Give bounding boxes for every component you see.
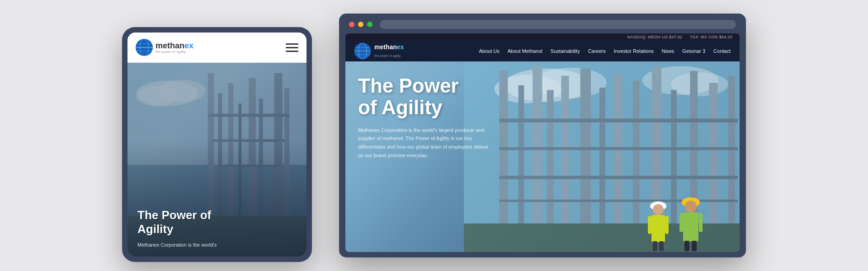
desktop-hero-description: Methanex Corporation is the world's larg…	[358, 126, 494, 160]
svg-rect-49	[499, 176, 738, 179]
svg-rect-58	[659, 241, 664, 251]
desktop-logo-tagline: the power of agility	[374, 54, 401, 57]
mobile-logo: methanex the power of agility	[136, 39, 193, 56]
svg-point-53	[653, 204, 664, 215]
desktop-hero: The Power of Agility Methanex Corporatio…	[345, 61, 740, 252]
mobile-logo-globe-icon	[136, 39, 153, 56]
mobile-logo-text-wrapper: methanex the power of agility	[156, 42, 193, 54]
address-bar[interactable]	[380, 20, 736, 29]
svg-rect-65	[692, 241, 697, 251]
svg-rect-54	[651, 215, 665, 242]
nav-item-sustainability[interactable]: Sustainability	[551, 48, 580, 54]
svg-point-30	[535, 68, 606, 98]
close-window-button[interactable]	[349, 22, 354, 27]
mobile-logo-blue-text: ex	[184, 41, 193, 50]
svg-point-60	[685, 201, 697, 212]
desktop-device: NASDAQ: MEOH US $47.02 TSX: MX CON $64.0…	[339, 14, 746, 257]
hamburger-line-2	[286, 47, 298, 48]
mobile-logo-dark-text: methan	[156, 41, 184, 50]
minimize-window-button[interactable]	[358, 22, 363, 27]
desktop-hero-title-line2: of Agility	[358, 96, 443, 118]
worker-2-icon	[679, 193, 703, 252]
svg-point-0	[136, 39, 153, 56]
svg-rect-56	[665, 216, 669, 234]
hamburger-menu-button[interactable]	[286, 43, 298, 52]
nav-item-about-methanol[interactable]: About Methanol	[508, 48, 542, 54]
mobile-logo-name: methanex	[156, 42, 193, 50]
svg-rect-47	[499, 119, 738, 122]
svg-rect-61	[683, 212, 698, 242]
ticker-nasdaq: NASDAQ: MEOH US $47.02	[627, 35, 683, 39]
svg-rect-48	[499, 147, 738, 150]
maximize-window-button[interactable]	[367, 22, 373, 27]
nav-item-geismar3[interactable]: Geismar 3	[682, 48, 705, 54]
desktop-nav: methanex the power of agility About Us A…	[345, 41, 740, 61]
desktop-nav-logo: methanex the power of agility	[354, 43, 404, 59]
desktop-logo-blue-text: ex	[397, 43, 404, 51]
desktop-hero-title: The Power of Agility	[358, 75, 494, 119]
svg-rect-63	[699, 213, 703, 232]
desktop-logo-dark-text: methan	[374, 43, 397, 51]
desktop-nav-logo-text-wrapper: methanex the power of agility	[374, 43, 404, 59]
hamburger-line-3	[286, 51, 298, 52]
svg-rect-45	[709, 83, 717, 223]
mobile-hero: The Power ofAgility Methanex Corporation…	[127, 63, 307, 257]
mobile-logo-tagline: the power of agility	[156, 50, 193, 54]
stock-ticker: NASDAQ: MEOH US $47.02 TSX: MX CON $64.0…	[345, 33, 740, 41]
desktop-hero-title-line1: The Power	[358, 75, 459, 97]
desktop-hero-content: The Power of Agility Methanex Corporatio…	[358, 75, 494, 160]
svg-rect-36	[547, 90, 553, 223]
desktop-logo-globe-icon	[354, 43, 371, 59]
svg-point-32	[671, 72, 728, 96]
nav-item-about-us[interactable]: About Us	[479, 48, 500, 54]
scene: methanex the power of agility	[0, 0, 868, 271]
desktop-titlebar	[345, 20, 740, 33]
svg-rect-57	[653, 241, 657, 251]
nav-item-investor-relations[interactable]: Investor Relations	[614, 48, 654, 54]
desktop-screen: NASDAQ: MEOH US $47.02 TSX: MX CON $64.0…	[345, 33, 740, 252]
svg-rect-64	[684, 241, 689, 251]
hamburger-line-1	[286, 43, 298, 45]
mobile-header: methanex the power of agility	[127, 33, 307, 63]
mobile-hero-subtitle: Methanex Corporation is the world's	[137, 241, 297, 249]
desktop-nav-items: About Us About Methanol Sustainability C…	[479, 48, 731, 54]
svg-rect-62	[679, 213, 683, 232]
nav-item-contact[interactable]: Contact	[713, 48, 731, 54]
nav-item-careers[interactable]: Careers	[588, 48, 606, 54]
svg-rect-34	[518, 85, 524, 224]
mobile-device: methanex the power of agility	[122, 27, 312, 262]
workers-area	[647, 193, 703, 252]
ticker-tsx: TSX: MX CON $64.03	[690, 35, 732, 39]
desktop-nav-logo-name: methanex	[374, 43, 404, 51]
worker-1-icon	[647, 198, 670, 252]
svg-rect-39	[599, 88, 605, 224]
nav-item-news[interactable]: News	[662, 48, 675, 54]
svg-rect-55	[648, 216, 651, 234]
mobile-screen: methanex the power of agility	[127, 33, 307, 257]
mobile-hero-title: The Power ofAgility	[137, 208, 297, 236]
